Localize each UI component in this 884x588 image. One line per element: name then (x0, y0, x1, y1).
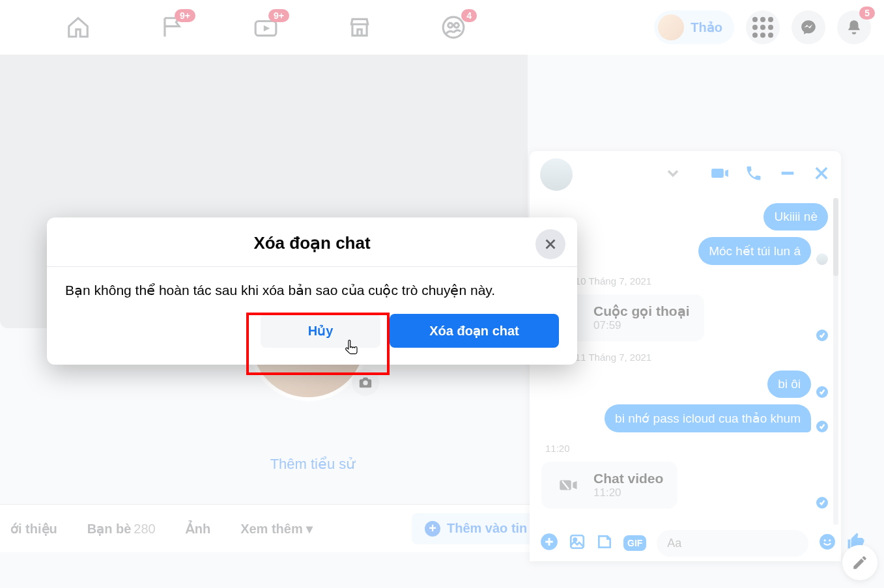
cancel-button[interactable]: Hủy (261, 314, 380, 348)
chat-header (530, 151, 841, 198)
groups-badge: 4 (461, 9, 477, 22)
chat-composer: GIF (530, 525, 841, 561)
svg-point-11 (574, 539, 577, 541)
top-nav: 9+ 9+ 4 Thảo 5 (0, 0, 884, 55)
profile-chip[interactable]: Thảo (654, 10, 734, 44)
add-story-button[interactable]: +Thêm vào tin (412, 513, 540, 544)
modal-header: Xóa đoạn chat (47, 217, 577, 267)
watch-badge: 9+ (268, 9, 289, 22)
pages-badge: 9+ (175, 9, 195, 22)
camera-icon[interactable] (352, 369, 379, 396)
chat-avatar[interactable] (540, 158, 573, 191)
message-bubble[interactable]: Móc hết túi lun á (698, 237, 811, 265)
message-bubble[interactable]: bi ôi (767, 371, 811, 398)
svg-point-2 (448, 23, 453, 27)
sticker-icon[interactable] (596, 533, 613, 553)
gif-icon[interactable]: GIF (623, 535, 646, 551)
svg-point-3 (454, 23, 459, 27)
minimize-icon[interactable] (778, 164, 797, 185)
tab-friends[interactable]: Bạn bè280 (82, 514, 161, 543)
close-icon[interactable] (535, 229, 565, 259)
delivered-icon (816, 421, 828, 432)
delivered-icon (816, 386, 828, 398)
chevron-down-icon[interactable] (664, 164, 682, 185)
menu-grid-icon[interactable] (746, 10, 780, 44)
message-input[interactable] (657, 530, 808, 557)
image-icon[interactable] (569, 533, 586, 553)
chevron-down-icon: ▾ (306, 522, 313, 536)
plus-icon: + (425, 521, 440, 537)
pages-icon[interactable]: 9+ (156, 12, 188, 43)
message-bubble[interactable]: Ukiiii nè (763, 203, 828, 231)
audio-call-icon[interactable] (745, 164, 763, 185)
timestamp: 07:59, 10 Tháng 7, 2021 (545, 275, 828, 287)
messenger-icon[interactable] (791, 10, 825, 44)
marketplace-icon[interactable] (344, 12, 375, 43)
watch-icon[interactable]: 9+ (250, 12, 281, 43)
user-name: Thảo (691, 20, 722, 35)
avatar (658, 14, 684, 40)
emoji-icon[interactable] (819, 533, 836, 553)
message-bubble[interactable]: bi nhớ pass icloud cua thảo khum (605, 404, 811, 432)
modal-actions: Hủy Xóa đoạn chat (47, 314, 577, 365)
groups-icon[interactable]: 4 (438, 12, 469, 43)
add-attachment-icon[interactable] (540, 533, 558, 553)
svg-point-13 (824, 539, 826, 541)
svg-point-4 (363, 380, 367, 385)
timestamp: 04:27, 11 Tháng 7, 2021 (545, 352, 828, 363)
modal-title: Xóa đoạn chat (47, 233, 577, 253)
video-call-icon[interactable] (711, 164, 729, 185)
seen-avatar-icon (816, 253, 828, 265)
nav-tabs: 9+ 9+ 4 (39, 0, 469, 55)
delete-chat-modal: Xóa đoạn chat Bạn không thể hoàn tác sau… (47, 217, 577, 365)
notifications-badge: 5 (859, 7, 875, 20)
svg-point-12 (820, 534, 835, 550)
video-call-card[interactable]: Chat video11:20 (541, 462, 677, 509)
tab-photos[interactable]: Ảnh (180, 514, 216, 543)
home-icon[interactable] (63, 12, 94, 43)
svg-rect-10 (571, 535, 584, 548)
tab-more[interactable]: Xem thêm ▾ (235, 514, 318, 543)
timestamp: 11:20 (545, 443, 828, 454)
delivered-icon (816, 329, 828, 341)
nav-right: Thảo 5 (654, 0, 871, 55)
notifications-icon[interactable]: 5 (837, 10, 871, 44)
delivered-icon (816, 497, 828, 509)
svg-point-14 (829, 539, 831, 541)
confirm-delete-button[interactable]: Xóa đoạn chat (390, 314, 559, 348)
new-message-button[interactable] (842, 545, 877, 580)
modal-body-text: Bạn không thể hoàn tác sau khi xóa bản s… (47, 267, 577, 314)
tab-intro[interactable]: ới thiệu (5, 514, 63, 543)
cursor-pointer-icon (343, 339, 361, 359)
scrollbar[interactable] (833, 198, 838, 525)
close-icon[interactable] (812, 164, 831, 185)
video-missed-icon (556, 472, 582, 498)
svg-point-1 (443, 17, 464, 38)
